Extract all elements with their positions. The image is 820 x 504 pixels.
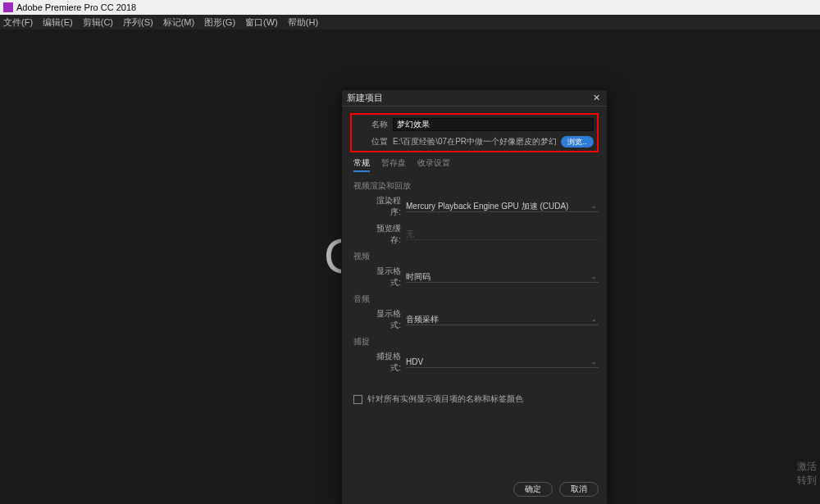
window-titlebar: Adobe Premiere Pro CC 2018 [0,0,820,15]
menu-file[interactable]: 文件(F) [3,16,33,29]
menu-help[interactable]: 帮助(H) [288,16,318,29]
app-title: Adobe Premiere Pro CC 2018 [16,2,136,12]
close-icon[interactable]: ✕ [590,93,602,104]
capture-value: HDV [406,357,423,366]
tab-general[interactable]: 常规 [353,157,370,172]
audio-group-title: 音频 [353,293,599,305]
annotation-highlight: 名称 位置 E:\百度经验\07在PR中做一个好像磨皮的梦幻视频效果 ▾ 浏览.… [350,113,599,152]
location-value: E:\百度经验\07在PR中做一个好像磨皮的梦幻视频效果 [393,136,556,148]
renderer-select[interactable]: Mercury Playback Engine GPU 加速 (CUDA) ⌄ [406,201,599,212]
dialog-footer: 确定 取消 [342,475,607,504]
chevron-down-icon: ⌄ [591,316,597,323]
menu-window[interactable]: 窗口(W) [245,16,278,29]
video-display-label: 显示格式: [368,266,406,288]
name-label: 名称 [355,119,393,130]
render-group-title: 视频渲染和回放 [353,180,599,192]
audio-display-select[interactable]: 音频采样 ⌄ [406,314,599,325]
audio-display-label: 显示格式: [368,308,406,331]
app-icon [3,2,13,12]
browse-button[interactable]: 浏览.. [561,136,594,148]
tab-scratch[interactable]: 暂存盘 [381,157,406,172]
video-group-title: 视频 [353,251,599,262]
menubar: 文件(F) 编辑(E) 剪辑(C) 序列(S) 标记(M) 图形(G) 窗口(W… [0,15,820,30]
video-display-value: 时间码 [406,271,430,283]
tab-ingest[interactable]: 收录设置 [417,157,450,172]
capture-group-title: 捕捉 [353,336,599,347]
capture-label: 捕捉格式: [368,351,406,374]
video-display-select[interactable]: 时间码 ⌄ [406,271,599,283]
chevron-down-icon: ⌄ [591,202,597,210]
menu-sequence[interactable]: 序列(S) [123,16,153,29]
renderer-value: Mercury Playback Engine GPU 加速 (CUDA) [406,201,568,212]
project-name-input[interactable] [393,118,594,131]
new-project-dialog: 新建项目 ✕ 名称 位置 E:\百度经验\07在PR中做一个好像磨皮的梦幻视频效… [341,89,608,504]
capture-select[interactable]: HDV ⌄ [406,356,599,368]
preview-cache-label: 预览缓存: [368,223,406,246]
menu-markers[interactable]: 标记(M) [163,16,195,29]
dialog-title: 新建项目 [347,92,383,104]
dialog-titlebar[interactable]: 新建项目 ✕ [342,90,607,107]
tab-row: 常规 暂存盘 收录设置 [350,157,599,172]
chevron-down-icon: ⌄ [591,358,597,366]
menu-graphics[interactable]: 图形(G) [204,16,235,29]
menu-clip[interactable]: 剪辑(C) [83,16,113,29]
display-names-checkbox[interactable] [353,395,362,404]
checkbox-label: 针对所有实例显示项目项的名称和标签颜色 [367,393,523,405]
preview-cache-value: 无 [406,229,414,240]
chevron-down-icon: ⌄ [591,273,597,280]
location-field[interactable]: E:\百度经验\07在PR中做一个好像磨皮的梦幻视频效果 ▾ [393,136,556,148]
audio-display-value: 音频采样 [406,314,439,325]
menu-edit[interactable]: 编辑(E) [43,16,73,29]
cancel-button[interactable]: 取消 [559,482,599,497]
ok-button[interactable]: 确定 [513,482,553,497]
location-label: 位置 [355,136,393,148]
preview-cache-select: 无 [406,229,599,240]
renderer-label: 渲染程序: [368,195,406,218]
